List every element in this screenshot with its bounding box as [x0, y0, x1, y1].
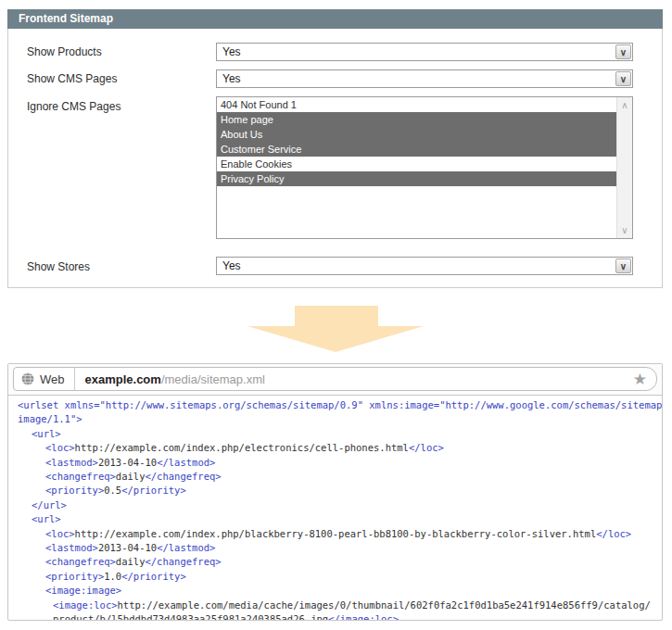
xml-tag: </lastmod> — [157, 457, 215, 468]
xml-tag: </changefreq> — [145, 556, 221, 567]
url-host: example.com — [85, 372, 161, 386]
xml-text: 0.5 — [104, 485, 121, 496]
xml-line: <priority>1.0</priority> — [8, 570, 662, 584]
xml-text: product/b/l5bddbd73d4983aa25f981a240385a… — [53, 613, 328, 620]
show-products-value: Yes — [222, 45, 241, 58]
xml-line: image/1.1"> — [8, 412, 662, 426]
panel-body: Show Products Yes ∨ Show CMS Pages Yes ∨… — [7, 29, 663, 288]
show-cms-pages-value: Yes — [222, 72, 241, 85]
show-cms-pages-select[interactable]: Yes ∨ — [216, 69, 633, 88]
multiselect-option[interactable]: Privacy Policy — [217, 171, 616, 186]
xml-text: 2013-04-10 — [98, 542, 157, 553]
xml-text: http://example.com/index.php/electronics… — [75, 442, 409, 453]
xml-tag: <priority> — [45, 485, 104, 496]
xml-tag: <urlset xmlns="http://www.sitemaps.org/s… — [18, 399, 662, 410]
xml-line: <image:loc>http://example.com/media/cach… — [8, 598, 662, 612]
xml-text: 1.0 — [104, 571, 121, 582]
xml-tag: <changefreq> — [45, 471, 116, 482]
xml-tag: image/1.1"> — [18, 413, 82, 424]
chevron-down-icon[interactable]: ∨ — [615, 258, 631, 273]
xml-tag: </url> — [32, 499, 67, 510]
xml-tag: <changefreq> — [45, 556, 116, 567]
xml-text: http://example.com/media/cache/images/0/… — [118, 599, 651, 611]
bookmark-star-icon[interactable]: ★ — [633, 372, 647, 387]
xml-line: <url> — [8, 427, 662, 441]
xml-line: product/b/l5bddbd73d4983aa25f981a240385a… — [8, 612, 662, 620]
xml-tag: </loc> — [409, 442, 444, 453]
multiselect-option[interactable]: Enable Cookies — [217, 157, 616, 171]
label-show-cms-pages: Show CMS Pages — [27, 72, 117, 85]
xml-line: <url> — [8, 512, 662, 526]
show-stores-select[interactable]: Yes ∨ — [216, 257, 633, 275]
xml-tag: </changefreq> — [145, 471, 221, 482]
address-bar-divider — [74, 368, 75, 390]
scroll-up-icon[interactable]: ∧ — [617, 100, 632, 110]
xml-tag: <image:image> — [45, 585, 121, 596]
xml-tag: <priority> — [45, 571, 104, 582]
xml-line: <urlset xmlns="http://www.sitemaps.org/s… — [8, 398, 662, 412]
xml-tag: <url> — [32, 428, 61, 439]
label-show-products: Show Products — [27, 45, 102, 58]
url-text[interactable]: example.com/media/sitemap.xml — [85, 372, 265, 386]
page: Frontend Sitemap Show Products Yes ∨ Sho… — [0, 0, 672, 630]
multiselect-option[interactable]: Home page — [217, 112, 616, 127]
panel-header: Frontend Sitemap — [7, 9, 663, 29]
xml-tag: </image:loc> — [328, 613, 399, 620]
ignore-cms-pages-multiselect[interactable]: 404 Not Found 1Home pageAbout UsCustomer… — [216, 96, 633, 239]
multiselect-option[interactable]: About Us — [217, 127, 616, 142]
xml-line: <loc>http://example.com/index.php/electr… — [8, 441, 662, 455]
down-arrow-icon — [247, 306, 424, 352]
xml-tag: <loc> — [45, 528, 75, 539]
show-products-select[interactable]: Yes ∨ — [216, 43, 633, 61]
xml-text: http://example.com/index.php/blackberry-… — [75, 528, 597, 539]
xml-tag: <loc> — [45, 442, 75, 453]
multiselect-option[interactable]: Customer Service — [217, 142, 616, 157]
address-bar[interactable]: Web example.com/media/sitemap.xml ★ — [13, 367, 657, 391]
xml-line: <changefreq>daily</changefreq> — [8, 470, 662, 484]
xml-line: </url> — [8, 498, 662, 512]
xml-tag: <lastmod> — [45, 542, 98, 553]
globe-icon — [21, 372, 34, 385]
xml-tag: </loc> — [596, 528, 631, 539]
url-path: /media/sitemap.xml — [161, 372, 265, 386]
xml-line: <loc>http://example.com/index.php/blackb… — [8, 527, 662, 541]
label-ignore-cms-pages: Ignore CMS Pages — [27, 100, 120, 113]
scroll-down-icon[interactable]: ∨ — [617, 225, 632, 235]
label-show-stores: Show Stores — [27, 260, 90, 273]
multiselect-option[interactable]: 404 Not Found 1 — [217, 97, 616, 112]
xml-tag: <image:loc> — [53, 599, 118, 611]
xml-line: <image:image> — [8, 584, 662, 598]
xml-tag: <lastmod> — [45, 457, 98, 468]
show-stores-value: Yes — [222, 259, 241, 272]
frontend-sitemap-panel: Frontend Sitemap Show Products Yes ∨ Sho… — [7, 9, 663, 288]
xml-line: <priority>0.5</priority> — [8, 484, 662, 498]
multiselect-scrollbar[interactable]: ∧ ∨ — [616, 97, 632, 238]
xml-text: daily — [116, 556, 146, 567]
xml-line: <lastmod>2013-04-10</lastmod> — [8, 456, 662, 470]
browser-toolbar: Web example.com/media/sitemap.xml ★ — [8, 364, 662, 396]
xml-text: 2013-04-10 — [98, 457, 157, 468]
xml-line: <lastmod>2013-04-10</lastmod> — [8, 541, 662, 555]
panel-title: Frontend Sitemap — [19, 12, 113, 25]
xml-sitemap-content: <urlset xmlns="http://www.sitemaps.org/s… — [8, 395, 662, 620]
xml-tag: </priority> — [121, 485, 186, 496]
chevron-down-icon[interactable]: ∨ — [615, 44, 631, 59]
xml-tag: </lastmod> — [157, 542, 215, 553]
chevron-down-icon[interactable]: ∨ — [615, 71, 631, 86]
browser-window: Web example.com/media/sitemap.xml ★ <url… — [7, 363, 663, 621]
xml-text: daily — [116, 471, 146, 482]
xml-tag: <url> — [32, 513, 61, 524]
web-tab-label: Web — [40, 372, 74, 386]
xml-tag: </priority> — [121, 571, 186, 582]
multiselect-option-list: 404 Not Found 1Home pageAbout UsCustomer… — [217, 97, 616, 238]
xml-line: <changefreq>daily</changefreq> — [8, 555, 662, 569]
